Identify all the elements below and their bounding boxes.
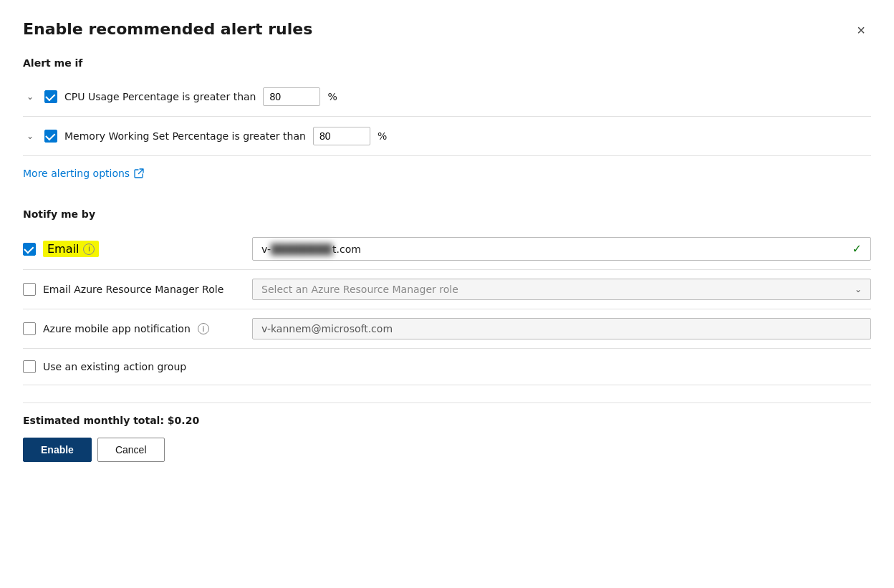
dialog: Enable recommended alert rules × Alert m… bbox=[0, 0, 894, 588]
checkbox-arm[interactable] bbox=[23, 283, 36, 296]
buttons-row: Enable Cancel bbox=[23, 438, 871, 462]
checkbox-mobile[interactable] bbox=[23, 322, 36, 335]
dialog-header: Enable recommended alert rules × bbox=[23, 20, 871, 40]
cpu-unit: % bbox=[327, 91, 337, 102]
mobile-info-icon[interactable]: i bbox=[198, 323, 209, 334]
notify-row-mobile: Azure mobile app notification i v-kannem… bbox=[23, 309, 871, 349]
notify-label: Notify me by bbox=[23, 208, 871, 220]
memory-value-input[interactable] bbox=[313, 127, 370, 145]
arm-role-chevron: ⌄ bbox=[855, 284, 862, 294]
cpu-value-input[interactable] bbox=[263, 87, 320, 106]
estimated-section: Estimated monthly total: $0.20 Enable Ca… bbox=[23, 403, 871, 462]
more-alerting-link[interactable]: More alerting options bbox=[23, 168, 144, 179]
alert-me-section: Alert me if ⌄ CPU Usage Percentage is gr… bbox=[23, 57, 871, 156]
memory-unit: % bbox=[378, 130, 387, 142]
estimated-label: Estimated monthly total: $0.20 bbox=[23, 415, 871, 426]
chevron-cpu[interactable]: ⌄ bbox=[23, 90, 37, 104]
notify-right-arm: Select an Azure Resource Manager role ⌄ bbox=[252, 279, 871, 300]
notify-row-arm: Email Azure Resource Manager Role Select… bbox=[23, 270, 871, 309]
notify-row-email: Email i v-████████t.com ✓ bbox=[23, 228, 871, 270]
notify-left-email: Email i bbox=[23, 241, 252, 257]
notify-left-arm: Email Azure Resource Manager Role bbox=[23, 283, 252, 296]
cpu-rule-text: CPU Usage Percentage is greater than bbox=[64, 91, 256, 102]
email-label-highlighted: Email i bbox=[43, 241, 99, 257]
arm-role-select[interactable]: Select an Azure Resource Manager role ⌄ bbox=[252, 279, 871, 300]
action-group-label: Use an existing action group bbox=[43, 361, 186, 372]
alert-row-memory: ⌄ Memory Working Set Percentage is great… bbox=[23, 117, 871, 156]
cancel-button[interactable]: Cancel bbox=[97, 438, 165, 462]
email-input-value: v-████████t.com bbox=[261, 244, 361, 255]
email-label-text: Email bbox=[47, 242, 79, 256]
checkbox-cpu[interactable] bbox=[44, 90, 57, 103]
notify-right-mobile: v-kannem@microsoft.com bbox=[252, 318, 871, 339]
dialog-title: Enable recommended alert rules bbox=[23, 20, 312, 38]
mobile-label-text: Azure mobile app notification bbox=[43, 323, 191, 334]
alert-me-label: Alert me if bbox=[23, 57, 871, 69]
external-link-icon bbox=[134, 168, 144, 178]
close-button[interactable]: × bbox=[851, 20, 871, 40]
arm-label-text: Email Azure Resource Manager Role bbox=[43, 284, 224, 295]
more-alerting-text: More alerting options bbox=[23, 168, 130, 179]
email-info-icon[interactable]: i bbox=[83, 244, 95, 255]
checkbox-action-group[interactable] bbox=[23, 360, 36, 373]
notify-section: Notify me by Email i v-████████t.com ✓ bbox=[23, 208, 871, 385]
email-check-icon: ✓ bbox=[852, 242, 862, 256]
chevron-memory[interactable]: ⌄ bbox=[23, 129, 37, 143]
memory-rule-text: Memory Working Set Percentage is greater… bbox=[64, 130, 306, 142]
arm-role-placeholder: Select an Azure Resource Manager role bbox=[261, 284, 458, 295]
checkbox-memory[interactable] bbox=[44, 130, 57, 143]
email-blurred: ████████ bbox=[271, 244, 332, 255]
email-input-wrapper[interactable]: v-████████t.com ✓ bbox=[252, 237, 871, 261]
action-group-row: Use an existing action group bbox=[23, 349, 871, 385]
checkbox-email[interactable] bbox=[23, 243, 36, 256]
mobile-readonly-input: v-kannem@microsoft.com bbox=[252, 318, 871, 339]
notify-right-email: v-████████t.com ✓ bbox=[252, 237, 871, 261]
notify-left-mobile: Azure mobile app notification i bbox=[23, 322, 252, 335]
enable-button[interactable]: Enable bbox=[23, 438, 92, 462]
alert-row-cpu: ⌄ CPU Usage Percentage is greater than % bbox=[23, 77, 871, 117]
